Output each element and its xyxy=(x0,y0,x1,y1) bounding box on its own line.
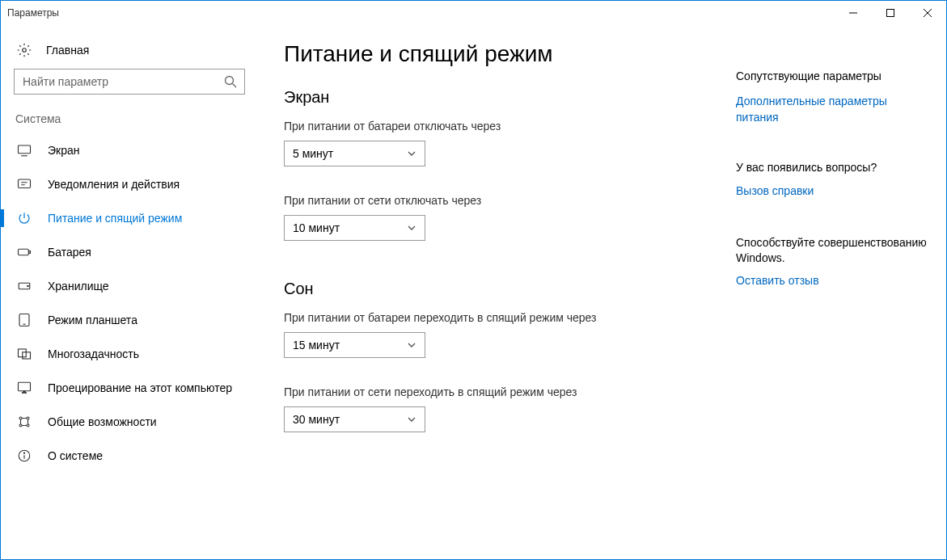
notifications-icon xyxy=(17,177,32,192)
select-value: 30 минут xyxy=(293,413,340,426)
sidebar-item-storage[interactable]: Хранилище xyxy=(1,269,260,303)
select-value: 5 минут xyxy=(293,147,333,160)
screen-battery-label: При питании от батареи отключать через xyxy=(284,120,736,133)
sidebar-item-about[interactable]: О системе xyxy=(1,439,260,473)
sidebar-item-label: Питание и спящий режим xyxy=(48,212,182,225)
sidebar-item-notifications[interactable]: Уведомления и действия xyxy=(1,167,260,201)
svg-point-21 xyxy=(19,424,22,427)
sidebar-item-label: Общие возможности xyxy=(48,415,157,428)
svg-point-4 xyxy=(23,48,27,53)
tablet-icon xyxy=(17,313,32,327)
select-value: 10 минут xyxy=(293,221,340,234)
search-input[interactable] xyxy=(14,69,245,95)
chevron-down-icon xyxy=(407,149,416,158)
display-icon xyxy=(17,143,32,158)
sleep-plugged-label: При питании от сети переходить в спящий … xyxy=(284,385,736,398)
screen-plugged-label: При питании от сети отключать через xyxy=(284,194,736,207)
screen-plugged-select[interactable]: 10 минут xyxy=(284,215,425,241)
shared-icon xyxy=(17,415,32,429)
sidebar-item-label: О системе xyxy=(48,449,103,462)
svg-point-13 xyxy=(27,285,29,287)
sleep-battery-label: При питании от батареи переходить в спящ… xyxy=(284,311,736,324)
sidebar: Главная Система Экран Уведомления и дейс… xyxy=(1,25,260,559)
svg-rect-10 xyxy=(19,249,29,255)
svg-rect-9 xyxy=(19,179,31,188)
sleep-plugged-select[interactable]: 30 минут xyxy=(284,406,425,432)
sidebar-item-label: Уведомления и действия xyxy=(48,178,180,191)
screen-battery-select[interactable]: 5 минут xyxy=(284,141,425,166)
svg-point-22 xyxy=(27,424,29,427)
related-settings-title: Сопутствующие параметры xyxy=(736,69,930,82)
sidebar-item-shared[interactable]: Общие возможности xyxy=(1,405,260,439)
svg-rect-7 xyxy=(19,145,31,154)
chevron-down-icon xyxy=(407,340,416,350)
svg-point-25 xyxy=(23,453,24,453)
svg-point-19 xyxy=(19,417,22,419)
svg-point-5 xyxy=(226,77,234,85)
sidebar-item-label: Многозадачность xyxy=(48,347,139,360)
sidebar-item-label: Режим планшета xyxy=(48,314,137,326)
close-button[interactable] xyxy=(909,1,946,25)
sleep-battery-select[interactable]: 15 минут xyxy=(284,332,425,358)
sidebar-item-projecting[interactable]: Проецирование на этот компьютер xyxy=(1,371,260,405)
sidebar-item-label: Батарея xyxy=(48,246,91,259)
projecting-icon xyxy=(17,381,32,395)
multitasking-icon xyxy=(17,347,32,361)
screen-heading: Экран xyxy=(284,88,736,107)
svg-rect-18 xyxy=(19,382,31,391)
sidebar-item-battery[interactable]: Батарея xyxy=(1,235,260,269)
page-title: Питание и спящий режим xyxy=(284,41,736,67)
power-icon xyxy=(17,211,32,225)
sidebar-section-label: Система xyxy=(1,112,260,133)
feedback-link[interactable]: Оставить отзыв xyxy=(736,273,930,289)
battery-icon xyxy=(17,245,32,259)
feedback-title: Способствуйте совершенствованию Windows. xyxy=(736,235,930,267)
sidebar-item-multitasking[interactable]: Многозадачность xyxy=(1,337,260,371)
main-panel: Питание и спящий режим Экран При питании… xyxy=(260,25,736,559)
sidebar-item-power[interactable]: Питание и спящий режим xyxy=(1,201,260,235)
search-icon xyxy=(224,75,237,88)
additional-power-link[interactable]: Дополнительные параметры питания xyxy=(736,94,930,125)
aside-panel: Сопутствующие параметры Дополнительные п… xyxy=(736,25,946,559)
maximize-button[interactable] xyxy=(872,1,909,25)
sidebar-item-display[interactable]: Экран xyxy=(1,133,260,167)
storage-icon xyxy=(17,279,32,293)
sidebar-item-label: Хранилище xyxy=(48,280,109,293)
minimize-button[interactable] xyxy=(835,1,872,25)
chevron-down-icon xyxy=(407,415,416,424)
chevron-down-icon xyxy=(407,223,416,233)
home-label: Главная xyxy=(46,44,89,57)
home-link[interactable]: Главная xyxy=(1,36,260,69)
window-title: Параметры xyxy=(7,7,59,19)
svg-rect-1 xyxy=(887,10,894,17)
sleep-heading: Сон xyxy=(284,280,736,298)
sidebar-item-label: Проецирование на этот компьютер xyxy=(48,381,232,394)
gear-icon xyxy=(17,43,32,57)
sidebar-item-label: Экран xyxy=(48,144,80,157)
svg-point-20 xyxy=(27,417,29,419)
get-help-link[interactable]: Вызов справки xyxy=(736,183,930,200)
help-title: У вас появились вопросы? xyxy=(736,161,930,174)
svg-rect-11 xyxy=(29,251,31,254)
sidebar-item-tablet[interactable]: Режим планшета xyxy=(1,303,260,337)
info-icon xyxy=(17,448,32,463)
select-value: 15 минут xyxy=(293,339,340,352)
svg-line-6 xyxy=(233,84,237,88)
